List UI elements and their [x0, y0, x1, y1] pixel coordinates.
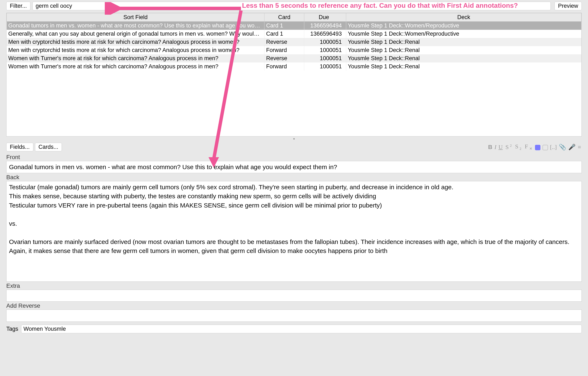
cell-deck: Yousmle Step 1 Deck::Renal [346, 54, 581, 63]
cell-sort: Gonadal tumors in men vs. women - what a… [7, 21, 264, 30]
pane-divider[interactable]: ● [0, 136, 588, 141]
underline-icon[interactable]: U [498, 144, 503, 150]
bg-color-icon[interactable] [542, 144, 549, 150]
cell-due: 1366596494 [304, 21, 346, 30]
cloze-icon[interactable]: [..] [549, 144, 558, 150]
cell-due: 1000051 [304, 54, 346, 63]
record-icon[interactable]: 🎤 [568, 144, 576, 150]
cell-sort: Men with cryptorchid testis more at risk… [7, 38, 264, 46]
table-header-row: Sort Field Card Due Deck [7, 13, 581, 21]
editor-section: Fields... Cards... B I U S2 S2 F✕ [..] 📎… [6, 141, 582, 333]
cell-sort: Women with Turner's more at risk for whi… [7, 63, 264, 71]
cell-sort: Men with cryptorchid testis more at risk… [7, 46, 264, 54]
cell-deck: Yousmle Step 1 Deck::Women/Reproductive [346, 21, 581, 30]
col-header-due[interactable]: Due [304, 13, 346, 21]
cell-card: Forward [264, 46, 304, 54]
cell-card: Card 1 [264, 21, 304, 30]
table-row[interactable]: Men with cryptorchid testis more at risk… [7, 38, 581, 46]
table-row[interactable]: Gonadal tumors in men vs. women - what a… [7, 21, 581, 30]
cell-due: 1000051 [304, 63, 346, 71]
front-field[interactable]: Gonadal tumors in men vs. women - what a… [6, 161, 582, 173]
cell-deck: Yousmle Step 1 Deck::Renal [346, 46, 581, 54]
tags-label: Tags [6, 326, 18, 332]
table-row[interactable]: Women with Turner's more at risk for whi… [7, 54, 581, 63]
clear-format-icon[interactable]: F✕ [524, 143, 534, 151]
extra-field[interactable] [6, 290, 582, 302]
top-toolbar: Filter... Preview [0, 0, 588, 12]
cell-deck: Yousmle Step 1 Deck::Renal [346, 63, 581, 71]
bold-icon[interactable]: B [487, 144, 493, 150]
editor-toolbar: Fields... Cards... B I U S2 S2 F✕ [..] 📎… [6, 141, 582, 153]
table-row[interactable]: Women with Turner's more at risk for whi… [7, 63, 581, 71]
col-header-card[interactable]: Card [264, 13, 304, 21]
table-row[interactable]: Generally, what can you say about genera… [7, 30, 581, 38]
col-header-deck[interactable]: Deck [346, 13, 581, 21]
fields-button[interactable]: Fields... [6, 143, 33, 151]
filter-button[interactable]: Filter... [6, 2, 30, 10]
cell-card: Forward [264, 63, 304, 71]
cell-card: Reverse [264, 38, 304, 46]
tags-input[interactable] [21, 325, 582, 333]
card-table: Sort Field Card Due Deck Gonadal tumors … [6, 13, 582, 136]
superscript-icon[interactable]: S2 [504, 144, 513, 150]
col-header-sort[interactable]: Sort Field [7, 13, 264, 21]
cell-deck: Yousmle Step 1 Deck::Renal [346, 38, 581, 46]
back-label: Back [6, 173, 582, 181]
cards-button[interactable]: Cards... [35, 143, 62, 151]
cell-deck: Yousmle Step 1 Deck::Women/Reproductive [346, 30, 581, 38]
search-input[interactable] [32, 2, 551, 10]
cell-sort: Women with Turner's more at risk for whi… [7, 54, 264, 63]
more-icon[interactable]: ≡ [577, 144, 582, 150]
preview-button[interactable]: Preview [555, 2, 582, 10]
cell-card: Card 1 [264, 30, 304, 38]
add-reverse-label: Add Reverse [6, 302, 582, 310]
format-icons: B I U S2 S2 F✕ [..] 📎 🎤 ≡ [487, 143, 582, 151]
cell-due: 1366596493 [304, 30, 346, 38]
cell-due: 1000051 [304, 46, 346, 54]
subscript-icon[interactable]: S2 [514, 143, 523, 151]
extra-label: Extra [6, 282, 582, 290]
fg-color-icon[interactable] [534, 144, 541, 150]
cell-card: Reverse [264, 54, 304, 63]
attach-icon[interactable]: 📎 [558, 144, 567, 150]
cell-sort: Generally, what can you say about genera… [7, 30, 264, 38]
table-row[interactable]: Men with cryptorchid testis more at risk… [7, 46, 581, 54]
add-reverse-field[interactable] [6, 310, 582, 322]
italic-icon[interactable]: I [494, 144, 497, 150]
cell-due: 1000051 [304, 38, 346, 46]
back-field[interactable]: Testicular (male gonadal) tumors are mai… [6, 181, 582, 282]
front-label: Front [6, 153, 582, 161]
